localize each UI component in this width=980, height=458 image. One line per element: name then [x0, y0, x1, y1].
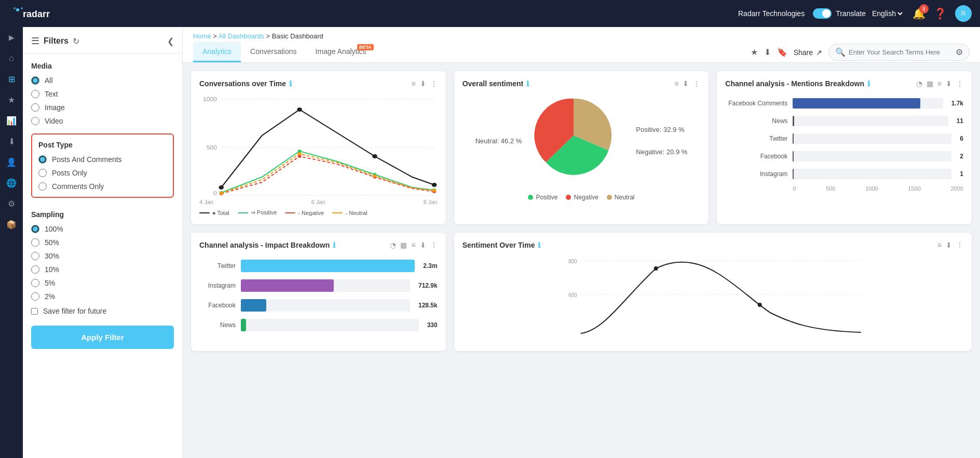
sidebar-item-home[interactable]: ⌂ — [3, 50, 20, 66]
filter-panel: ☰ Filters ↻ ❮ Media All Text Image — [23, 27, 183, 458]
post-type-comments-radio[interactable] — [38, 182, 47, 191]
post-type-all-radio[interactable] — [38, 155, 47, 164]
sampling-2[interactable]: 2% — [31, 292, 174, 301]
pie-svg — [532, 94, 615, 177]
sidebar-item-star[interactable]: ★ — [3, 91, 20, 108]
sentiment-time-filter-icon[interactable]: ≡ — [937, 241, 942, 249]
post-type-posts[interactable]: Posts Only — [38, 169, 167, 177]
download-action-icon[interactable]: ⬇ — [764, 47, 771, 57]
impact-pie-icon[interactable]: ◔ — [390, 241, 396, 249]
search-box[interactable]: 🔍 ⚙ — [828, 44, 970, 61]
post-type-posts-radio[interactable] — [38, 169, 47, 177]
notification-count: 8 — [919, 4, 929, 14]
download-icon[interactable]: ⬇ — [420, 79, 426, 88]
sidebar-item-download[interactable]: ⬇ — [3, 133, 20, 150]
sampling-2-label: 2% — [45, 292, 55, 301]
media-all[interactable]: All — [31, 76, 174, 85]
main-layout: ▶ ⌂ ⊞ ★ 📊 ⬇ 👤 🌐 ⚙ 📦 ☰ Filters ↻ ❮ Media … — [0, 27, 980, 458]
info-icon[interactable]: ℹ — [289, 79, 292, 88]
tab-conversations[interactable]: Conversations — [241, 42, 306, 62]
mentions-filter-icon[interactable]: ≡ — [937, 79, 942, 88]
media-video[interactable]: Video — [31, 117, 174, 125]
media-section: Media All Text Image Video — [23, 53, 182, 129]
sentiment-time-info-icon[interactable]: ℹ — [538, 241, 540, 249]
svg-point-10 — [219, 185, 224, 190]
refresh-icon[interactable]: ↻ — [73, 36, 79, 46]
mentions-download-icon[interactable]: ⬇ — [946, 79, 952, 88]
sampling-100[interactable]: 100% — [31, 225, 174, 233]
post-type-all-label: Posts And Comments — [52, 155, 122, 164]
impact-bar-icon[interactable]: ▦ — [400, 241, 407, 249]
sentiment-filter-icon[interactable]: ≡ — [674, 79, 678, 88]
mentions-pie-icon[interactable]: ◔ — [916, 79, 922, 88]
sentiment-title-text: Overall sentiment — [462, 79, 524, 88]
sampling-30[interactable]: 30% — [31, 252, 174, 260]
sidebar-item-users[interactable]: 👤 — [3, 154, 20, 170]
tab-image-analytics[interactable]: Image Analytics BETA — [306, 42, 376, 62]
sampling-10-label: 10% — [45, 265, 59, 274]
sentiment-more-icon[interactable]: ⋮ — [693, 79, 700, 88]
sampling-radio-group: 100% 50% 30% 10% 5% — [31, 225, 174, 301]
sampling-5[interactable]: 5% — [31, 279, 174, 287]
avatar[interactable]: R — [955, 5, 972, 22]
share-button[interactable]: Share ↗ — [794, 48, 822, 57]
impact-download-icon[interactable]: ⬇ — [420, 241, 426, 249]
sentiment-download-icon[interactable]: ⬇ — [683, 79, 689, 88]
sampling-50[interactable]: 50% — [31, 238, 174, 247]
bar-row-facebook: Facebook 2 — [725, 151, 963, 161]
sampling-50-radio[interactable] — [31, 238, 39, 247]
sidebar-item-package[interactable]: 📦 — [3, 216, 20, 233]
sidebar-item-globe[interactable]: 🌐 — [3, 174, 20, 191]
language-select[interactable]: English — [870, 9, 904, 18]
sampling-10[interactable]: 10% — [31, 265, 174, 274]
card-actions: ≡ ⬇ ⋮ — [411, 79, 437, 88]
bar-track-fb-comments — [793, 98, 943, 109]
apply-filter-button[interactable]: Apply Filter — [31, 326, 174, 349]
notification-bell[interactable]: 🔔 8 — [913, 7, 925, 20]
bar-row-fb-comments: Facebook Comments 1.7k — [725, 98, 963, 109]
sentiment-time-download-icon[interactable]: ⬇ — [946, 241, 952, 249]
bookmark-action-icon[interactable]: 🔖 — [777, 47, 787, 57]
expand-sidebar-button[interactable]: ▶ — [9, 33, 15, 42]
media-text[interactable]: Text — [31, 90, 174, 98]
help-icon[interactable]: ❓ — [934, 7, 947, 20]
mentions-more-icon[interactable]: ⋮ — [956, 79, 963, 88]
sentiment-info-icon[interactable]: ℹ — [526, 79, 529, 88]
tab-analytics[interactable]: Analytics — [193, 42, 241, 62]
sampling-100-radio[interactable] — [31, 225, 39, 233]
media-video-radio[interactable] — [31, 117, 39, 125]
breadcrumb-all-dashboards[interactable]: All Dashboards — [219, 32, 264, 40]
search-input[interactable] — [849, 48, 952, 56]
sampling-5-radio[interactable] — [31, 279, 39, 287]
post-type-comments[interactable]: Comments Only — [38, 182, 167, 191]
media-image[interactable]: Image — [31, 103, 174, 112]
save-filter-checkbox[interactable] — [31, 308, 38, 315]
impact-more-icon[interactable]: ⋮ — [430, 241, 438, 249]
sampling-2-radio[interactable] — [31, 292, 39, 301]
media-text-radio[interactable] — [31, 90, 39, 98]
breadcrumb-home[interactable]: Home — [193, 32, 211, 40]
collapse-icon[interactable]: ❮ — [167, 36, 174, 46]
sidebar-item-dashboard[interactable]: ⊞ — [3, 71, 20, 87]
media-all-radio[interactable] — [31, 76, 39, 85]
overall-sentiment-card: Overall sentiment ℹ ≡ ⬇ ⋮ Neutral: 46.2 … — [454, 71, 709, 224]
sentiment-time-more-icon[interactable]: ⋮ — [956, 241, 963, 249]
sidebar-item-settings[interactable]: ⚙ — [3, 195, 20, 212]
sampling-10-radio[interactable] — [31, 265, 39, 274]
translate-toggle[interactable] — [813, 8, 832, 19]
legend-negative-label: - Negative — [298, 210, 324, 216]
mentions-bar-icon[interactable]: ▦ — [927, 79, 933, 88]
search-filter-icon[interactable]: ⚙ — [956, 47, 963, 57]
svg-point-31 — [757, 303, 761, 307]
star-action-icon[interactable]: ★ — [751, 47, 758, 57]
more-icon[interactable]: ⋮ — [430, 79, 438, 88]
filter-icon[interactable]: ≡ — [411, 79, 415, 88]
sidebar-item-analytics[interactable]: 📊 — [3, 112, 20, 129]
mentions-info-icon[interactable]: ℹ — [867, 79, 870, 88]
post-type-all[interactable]: Posts And Comments — [38, 155, 167, 164]
impact-info-icon[interactable]: ℹ — [333, 241, 335, 249]
impact-card-title: Channel analysis - Impact Breakdown ℹ — [199, 241, 335, 249]
sampling-30-radio[interactable] — [31, 252, 39, 260]
impact-filter-icon[interactable]: ≡ — [411, 241, 415, 249]
media-image-radio[interactable] — [31, 103, 39, 112]
